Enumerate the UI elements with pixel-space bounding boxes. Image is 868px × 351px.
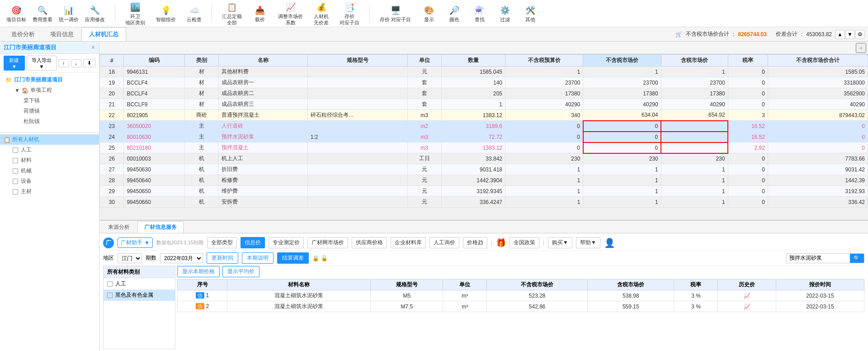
data-table-wrap[interactable]: # 编码 类别 名称 规格型号 单位 数量 不含税预算价 不含税市场价 含税市场… — [99, 54, 868, 216]
gc-cat-metal[interactable]: 黑色及有色金属 — [104, 289, 175, 301]
gc-search-input[interactable] — [787, 254, 850, 262]
toolbar-tools[interactable]: 🛠️ 其他 — [520, 3, 540, 24]
row-budget-price: 17380 — [505, 88, 583, 99]
toolbar-summary-quota-label: 汇总定额全部 — [222, 14, 242, 25]
gc-col-unit: 单位 — [443, 280, 487, 290]
close-project-icon[interactable]: ✕ — [91, 44, 95, 51]
gc-nav-enterprise[interactable]: 企业材料库 — [391, 237, 426, 248]
market-price-cell: 17380 — [583, 88, 661, 99]
gc-cat-renhu[interactable]: 人工 — [104, 278, 175, 289]
toolbar-summary-quota[interactable]: 📋 汇总定额全部 — [219, 0, 245, 26]
gc-buy-btn[interactable]: 购买▼ — [548, 237, 572, 248]
toolbar-filter[interactable]: ⚗️ 查找 — [470, 3, 490, 24]
gc-nav-labor[interactable]: 人工询价 — [429, 237, 459, 248]
tax-excluded-sum-icon: 🛒 — [675, 31, 682, 38]
gc-avatar[interactable]: 👤 — [604, 237, 615, 248]
toolbar-no-price-diff[interactable]: 💰 人材机无价差 — [311, 0, 331, 26]
toolbar-other[interactable]: ⚙️ 过滤 — [495, 3, 515, 24]
gc-search-button[interactable]: 🔍 — [850, 254, 864, 263]
cailiao-checkbox — [13, 158, 18, 163]
tree-shebei[interactable]: 设备 — [9, 176, 99, 186]
arrow-up-btn[interactable]: ▲ — [835, 30, 844, 39]
gc-nav-policy[interactable]: 全国政策 — [509, 237, 539, 248]
arrow-settings-btn[interactable]: ⚙ — [855, 30, 864, 39]
toolbar-unified-price[interactable]: 📊 统一调价 — [56, 3, 81, 24]
tree-zhucai[interactable]: 主材 — [9, 186, 99, 197]
row-total: 3318000 — [768, 77, 868, 88]
show-avg-price-btn[interactable]: 显示平均价 — [222, 266, 259, 277]
row-unit: m2 — [407, 121, 441, 132]
gc-row-history[interactable]: 📈 — [718, 301, 776, 312]
show-period-price-btn[interactable]: 显示本期价格 — [177, 266, 220, 277]
gc-nav-supplier[interactable]: 供应商价格 — [352, 237, 387, 248]
move-up-button[interactable]: ↑ — [58, 59, 69, 67]
tree-all-materials[interactable]: 📋 所有人材机 — [0, 134, 99, 145]
tree-tangxia[interactable]: 棠下镇 — [20, 95, 97, 106]
settle-diff-btn[interactable]: 结算调差 — [277, 252, 309, 264]
lower-tab-guangcai[interactable]: 广材信息服务 — [137, 221, 184, 233]
tab-renconji[interactable]: 人材机汇总 — [81, 27, 126, 41]
move-down-button[interactable]: ↓ — [71, 59, 82, 67]
tree-duruan[interactable]: 杜阮镇 — [20, 116, 97, 127]
period-desc-btn[interactable]: 本期说明 — [242, 252, 274, 264]
lower-panel: 来源分析 广材信息服务 广 广材助手 ▼ 数据包2023.1.15到期 全部类型… — [99, 220, 868, 351]
table-row: 27 99450630 机 折旧费 元 9031.418 1 1 1 0 903… — [100, 164, 868, 175]
toolbar-color[interactable]: 🎨 显示 — [419, 3, 439, 24]
toolbar-find[interactable]: 🔎 颜色 — [444, 3, 464, 24]
toolbar-display[interactable]: 🖥️ 存价 对应子目 — [377, 3, 414, 24]
toolbar-adjust-market[interactable]: 📈 调整市场价系数 — [275, 0, 306, 26]
tree-hetang[interactable]: 荷塘镇 — [20, 106, 97, 116]
toolbar-unified-price-label: 统一调价 — [59, 17, 79, 23]
download-button[interactable]: ⬇ — [83, 59, 95, 67]
tree-single-project[interactable]: ▼ 🏠 单项工程 — [11, 85, 97, 95]
gc-nav-trend[interactable]: 价格趋 — [463, 237, 487, 248]
toolbar-project-target[interactable]: 🎯 项目目标 — [4, 3, 29, 24]
row-total: 0 — [768, 142, 868, 153]
import-button[interactable]: 导入导出▼ — [27, 56, 57, 71]
toolbar-smart-price[interactable]: 💡 智能组价 — [153, 3, 179, 24]
gc-nav-all[interactable]: 全部类型 — [207, 237, 237, 248]
toolbar-env[interactable]: 🏙️ 环卫地区类别 — [123, 0, 148, 26]
row-budget-price: 23700 — [505, 77, 583, 88]
gc-tag: 信 — [196, 292, 204, 299]
tree-project[interactable]: 📁 江门市美丽廊道项目 — [2, 75, 97, 85]
gc-nav-info-price[interactable]: 信息价 — [241, 237, 265, 248]
lower-tab-bar: 来源分析 广材信息服务 — [99, 221, 868, 233]
region-select[interactable]: 江门 — [118, 253, 142, 263]
tree-sub-2: 棠下镇 荷塘镇 杜阮镇 — [11, 95, 97, 127]
gc-row-history[interactable]: 📈 — [718, 290, 776, 301]
gc-help-btn[interactable]: 帮助▼ — [576, 237, 600, 248]
gc-nav-professional[interactable]: 专业测定价 — [269, 237, 304, 248]
arrow-down-btn[interactable]: ▼ — [845, 30, 854, 39]
lower-tab-source[interactable]: 来源分析 — [101, 221, 137, 233]
toolbar-filter-label: 查找 — [475, 17, 485, 23]
gc-table-wrap[interactable]: 序号 材料名称 规格型号 单位 不含税市场价 含税市场价 税率 历史价 报价时间 — [177, 279, 864, 349]
horizontal-scrollbar[interactable] — [99, 216, 868, 220]
row-type: 主 — [185, 121, 219, 132]
upper-area: « # 编码 类别 名称 规格型号 单位 数量 不含税预算价 — [99, 42, 868, 220]
toolbar-app-modify[interactable]: 🔧 应用修改 — [82, 3, 108, 24]
toolbar-group-main: 🎯 项目目标 🔍 费用查看 📊 统一调价 🔧 应用修改 — [4, 3, 108, 24]
toolbar-fee-check[interactable]: 🔍 费用查看 — [30, 3, 55, 24]
tree-jixie[interactable]: 机械 — [9, 166, 99, 176]
collapse-btn[interactable]: « — [856, 43, 866, 53]
toolbar-load-price[interactable]: 📥 载价 — [250, 3, 270, 24]
tax-market-cell — [661, 142, 728, 153]
gc-row-unit: m³ — [443, 301, 487, 312]
row-unit: 套 — [407, 88, 441, 99]
new-button[interactable]: 新建▼ — [4, 56, 25, 71]
lock-icon[interactable]: 🔒 — [312, 255, 319, 261]
tree-renhu[interactable]: 人工 — [9, 145, 99, 155]
gc-assistant-btn[interactable]: 广材助手 ▼ — [118, 237, 153, 248]
tab-project-info[interactable]: 项目信息 — [42, 27, 81, 41]
update-time-btn[interactable]: 更新时间 — [207, 252, 238, 264]
gc-dropdown-icon: ▼ — [144, 240, 150, 246]
period-select[interactable]: 2022年03月 — [160, 253, 203, 263]
toolbar-show-sub-item[interactable]: 📑 存价对应子目 — [337, 0, 362, 26]
toolbar-cloud-check[interactable]: ☁️ 云检查 — [184, 3, 204, 24]
tree-cailiao[interactable]: 材料 — [9, 155, 99, 166]
gc-nav-market[interactable]: 广材网市场价 — [307, 237, 348, 248]
tab-cost-analysis[interactable]: 造价分析 — [4, 27, 42, 41]
unlock-icon[interactable]: 🔓 — [321, 255, 328, 261]
toolbar-display-label: 存价 对应子目 — [380, 17, 411, 23]
